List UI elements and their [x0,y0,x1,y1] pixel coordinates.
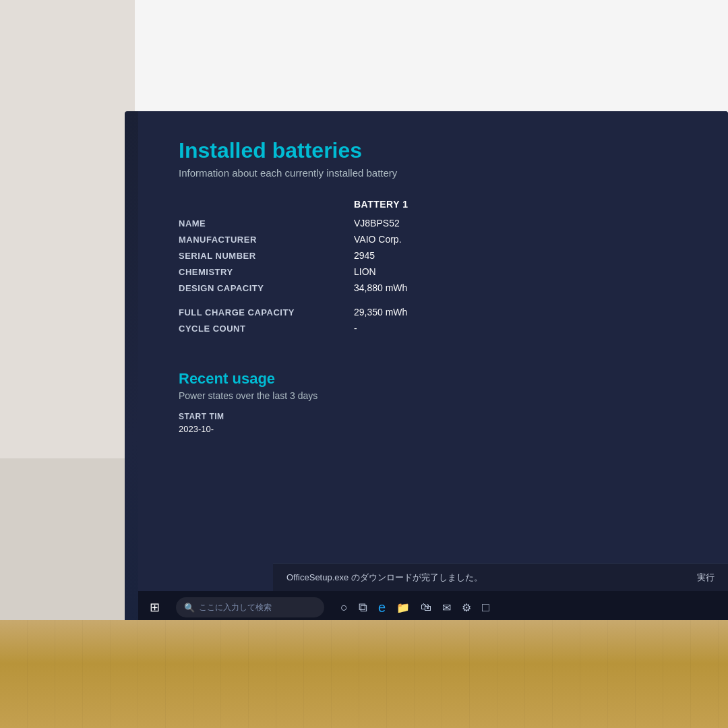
desk-surface [0,620,728,728]
download-notification-text: OfficeSetup.exe のダウンロードが完了しました。 [286,572,483,584]
search-icon: 🔍 [184,603,195,613]
cycle-count-label: CYCLE COUNT [179,324,354,334]
spacer-row [179,296,688,304]
battery-header-label: BATTERY 1 [354,199,688,210]
recent-usage-section: Recent usage Power states over the last … [179,370,688,434]
left-wall-area [0,0,135,458]
file-explorer-icon[interactable]: 📁 [396,601,410,614]
settings-icon[interactable]: ⚙ [462,601,471,614]
download-action-button[interactable]: 実行 [697,572,715,584]
name-label: NAME [179,218,354,229]
taskbar-system-icons: ○ ⧉ e 📁 🛍 ✉ ⚙ □ [330,600,500,615]
battery-row-serial: SERIAL NUMBER 2945 [179,247,688,264]
taskbar-search-text: ここに入力して検索 [199,602,272,613]
name-value: VJ8BPS52 [354,218,688,229]
recent-start-time: 2023-10- [179,424,273,434]
edge-icon[interactable]: e [378,600,386,615]
full-charge-capacity-label: FULL CHARGE CAPACITY [179,307,354,317]
section-subtitle: Information about each currently install… [179,167,688,179]
battery-row-name: NAME VJ8BPS52 [179,215,688,231]
design-capacity-label: DESIGN CAPACITY [179,283,354,293]
full-charge-capacity-value: 29,350 mWh [354,307,688,317]
store-icon[interactable]: 🛍 [421,601,431,613]
manufacturer-value: VAIO Corp. [354,234,688,245]
start-button[interactable]: ⊞ [138,591,171,624]
manufacturer-label: MANUFACTURER [179,235,354,245]
section-title: Installed batteries [179,138,688,163]
screen-content: Installed batteries Information about ea… [138,111,728,624]
recent-usage-title: Recent usage [179,370,688,388]
installed-batteries-section: Installed batteries Information about ea… [179,138,688,336]
taskbar-search-box[interactable]: 🔍 ここに入力して検索 [176,597,324,617]
cortana-icon[interactable]: ○ [340,601,348,615]
battery-table: BATTERY 1 NAME VJ8BPS52 MANUFACTURER VAI… [179,199,688,336]
cycle-count-value: - [354,323,688,334]
battery-row-design-capacity: DESIGN CAPACITY 34,880 mWh [179,280,688,296]
design-capacity-value: 34,880 mWh [354,282,688,293]
chemistry-label: CHEMISTRY [179,267,354,277]
battery-row-chemistry: CHEMISTRY LION [179,264,688,280]
mail-icon[interactable]: ✉ [442,601,451,614]
download-notification-bar: OfficeSetup.exe のダウンロードが完了しました。 実行 [273,563,728,591]
recent-usage-subtitle: Power states over the last 3 days [179,390,688,401]
serial-number-value: 2945 [354,250,688,261]
photo-frame: Installed batteries Information about ea… [0,0,728,728]
battery-row-full-charge: FULL CHARGE CAPACITY 29,350 mWh [179,304,688,320]
recent-data-row: 2023-10- [179,424,688,434]
show-desktop-icon[interactable]: □ [482,601,489,615]
start-time-header: START TIM [179,412,273,421]
laptop-screen: Installed batteries Information about ea… [125,111,728,624]
recent-table-header: START TIM [179,412,688,421]
battery-row-manufacturer: MANUFACTURER VAIO Corp. [179,231,688,247]
serial-number-label: SERIAL NUMBER [179,251,354,261]
battery-header-row: BATTERY 1 [179,199,688,210]
taskbar: ⊞ 🔍 ここに入力して検索 ○ ⧉ e 📁 🛍 ✉ ⚙ □ [138,591,728,624]
task-view-icon[interactable]: ⧉ [359,601,367,615]
chemistry-value: LION [354,266,688,277]
battery-row-cycle-count: CYCLE COUNT - [179,320,688,336]
